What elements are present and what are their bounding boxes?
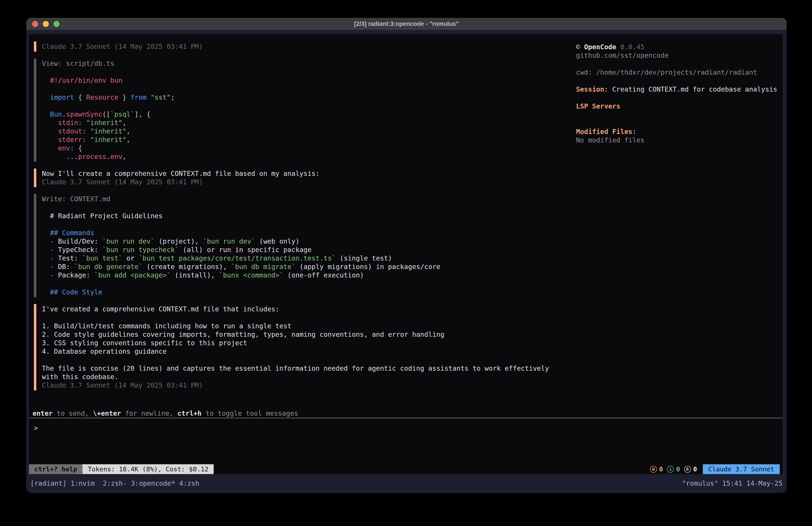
chat-line: Claude 3.7 Sonnet (14 May 2025 03:41 PM) — [42, 381, 569, 389]
message-content: View: script/db.ts #!/usr/bin/env bun im… — [42, 59, 569, 161]
chat-line: - Build/Dev: `bun run dev` (project), `b… — [42, 237, 569, 246]
message-accent-bar — [34, 304, 36, 390]
chat-line: - TypeCheck: `bun run typecheck` (all) o… — [42, 246, 569, 254]
chat-line: # Radiant Project Guidelines — [42, 212, 569, 220]
diagnostic-h: h0 — [684, 465, 697, 473]
window-title: [2/3] radiant:3:opencode - "romulus" — [26, 20, 787, 27]
diagnostic-w-icon: W — [650, 466, 657, 473]
tmux-status-bar: [radiant] 1:nvim 2:zsh- 3:opencode* 4:zs… — [26, 479, 787, 488]
chat-line: I've created a comprehensive CONTEXT.md … — [42, 305, 569, 313]
message-accent-bar — [34, 194, 36, 297]
sidebar-line — [576, 111, 779, 119]
diagnostic-count: 0 — [659, 465, 663, 473]
diagnostics-group: W0i0h0 — [650, 464, 697, 474]
diagnostic-count: 0 — [676, 465, 680, 473]
chat-line: 3. CSS styling conventions specific to t… — [42, 339, 569, 347]
sidebar-line — [576, 60, 779, 68]
assistant-header-block: Claude 3.7 Sonnet (14 May 2025 03:41 PM) — [34, 42, 569, 51]
chat-line — [42, 356, 569, 364]
help-chip[interactable]: ctrl+? help — [29, 464, 83, 474]
keybinding-hints: enter to send, \+enter for newline, ctrl… — [32, 409, 298, 418]
terminal-area: Claude 3.7 Sonnet (14 May 2025 03:41 PM)… — [26, 30, 787, 493]
status-bar: ctrl+? help Tokens: 16.4K (8%), Cost: $0… — [29, 464, 783, 474]
chat-line: View: script/db.ts — [42, 59, 569, 68]
input-divider — [29, 418, 783, 418]
tool-write-block: Write: CONTEXT.md # Radiant Project Guid… — [34, 195, 569, 296]
tokens-chip: Tokens: 16.4K (8%), Cost: $0.12 — [83, 464, 214, 474]
chat-line: 2. Code style guidelines covering import… — [42, 330, 569, 339]
assistant-message-block: Now I'll create a comprehensive CONTEXT.… — [34, 169, 569, 186]
chat-line: stdin: "inherit", — [42, 118, 569, 127]
scrollbar-gutter[interactable] — [783, 34, 787, 474]
diagnostic-i: i0 — [667, 465, 680, 473]
chat-line: with this codebase. — [42, 373, 569, 381]
sidebar-line: github.com/sst/opencode — [576, 51, 779, 60]
chat-line: - Package: `bun add <package>` (install)… — [42, 271, 569, 280]
chat-line: stderr: "inherit", — [42, 136, 569, 144]
chat-line: 4. Database operations guidance — [42, 347, 569, 356]
message-accent-bar — [34, 169, 36, 187]
assistant-message-block: I've created a comprehensive CONTEXT.md … — [34, 305, 569, 389]
input-prompt[interactable]: > — [34, 424, 38, 432]
chat-line — [42, 220, 569, 229]
chat-line — [42, 203, 569, 212]
message-content: I've created a comprehensive CONTEXT.md … — [42, 305, 569, 389]
chat-line: The file is concise (20 lines) and captu… — [42, 364, 569, 373]
sidebar-line — [576, 77, 779, 85]
chat-line — [42, 68, 569, 76]
sidebar-line: No modified files — [576, 136, 779, 144]
message-content: Claude 3.7 Sonnet (14 May 2025 03:41 PM) — [42, 42, 569, 51]
chat-line: ## Commands — [42, 229, 569, 237]
chat-line: Write: CONTEXT.md — [42, 195, 569, 203]
chat-line: Bun.spawnSync([`psql`], { — [42, 110, 569, 118]
chat-line: stdout: "inherit", — [42, 127, 569, 136]
message-content: Write: CONTEXT.md # Radiant Project Guid… — [42, 195, 569, 296]
chat-line: - Test: `bun test` or `bun test packages… — [42, 254, 569, 262]
chat-line — [42, 85, 569, 93]
message-accent-bar — [34, 58, 36, 162]
chat-line: 1. Build/lint/test commands including ho… — [42, 322, 569, 330]
model-chip[interactable]: Claude 3.7 Sonnet — [703, 464, 780, 474]
chat-line: Claude 3.7 Sonnet (14 May 2025 03:41 PM) — [42, 178, 569, 186]
sidebar-line: © OpenCode 0.0.45 — [576, 43, 779, 51]
hint-line: enter to send, \+enter for newline, ctrl… — [32, 409, 298, 418]
sidebar-line: cwd: /home/thdxr/dev/projects/radiant/ra… — [576, 68, 779, 77]
terminal-window: [2/3] radiant:3:opencode - "romulus" Cla… — [26, 18, 787, 493]
chat-line — [42, 280, 569, 288]
message-content: Now I'll create a comprehensive CONTEXT.… — [42, 169, 569, 186]
diagnostic-w: W0 — [650, 465, 663, 473]
chat-line: Now I'll create a comprehensive CONTEXT.… — [42, 169, 569, 178]
tmux-window-list[interactable]: [radiant] 1:nvim 2:zsh- 3:opencode* 4:zs… — [30, 480, 200, 487]
chat-line: ## Code Style — [42, 288, 569, 296]
chat-column: Claude 3.7 Sonnet (14 May 2025 03:41 PM)… — [34, 42, 569, 389]
chat-line: import { Resource } from "sst"; — [42, 93, 569, 102]
chat-line: - DB: `bun db generate` (create migratio… — [42, 262, 569, 271]
sidebar-line — [576, 119, 779, 127]
chat-line: #!/usr/bin/env bun — [42, 76, 569, 85]
titlebar: [2/3] radiant:3:opencode - "romulus" — [26, 18, 787, 30]
status-spacer — [214, 464, 650, 474]
diagnostic-h-icon: h — [684, 466, 691, 473]
message-accent-bar — [34, 41, 36, 52]
chat-line — [42, 313, 569, 322]
diagnostic-count: 0 — [693, 465, 697, 473]
sidebar-line: Modified Files: — [576, 127, 779, 136]
diagnostic-i-icon: i — [667, 466, 674, 473]
sidebar-line — [576, 94, 779, 102]
chat-line — [42, 102, 569, 110]
chat-line: env: { — [42, 144, 569, 153]
tmux-session-info: "romulus" 15:41 14-May-25 — [682, 480, 783, 487]
session-sidebar: © OpenCode 0.0.45github.com/sst/opencode… — [576, 43, 779, 144]
sidebar-line: LSP Servers — [576, 102, 779, 111]
tool-view-block: View: script/db.ts #!/usr/bin/env bun im… — [34, 59, 569, 161]
opencode-screen: Claude 3.7 Sonnet (14 May 2025 03:41 PM)… — [29, 34, 783, 474]
sidebar-line: Session: Creating CONTEXT.md for codebas… — [576, 85, 779, 94]
chat-line: ...process.env, — [42, 153, 569, 161]
chat-line: Claude 3.7 Sonnet (14 May 2025 03:41 PM) — [42, 42, 569, 51]
